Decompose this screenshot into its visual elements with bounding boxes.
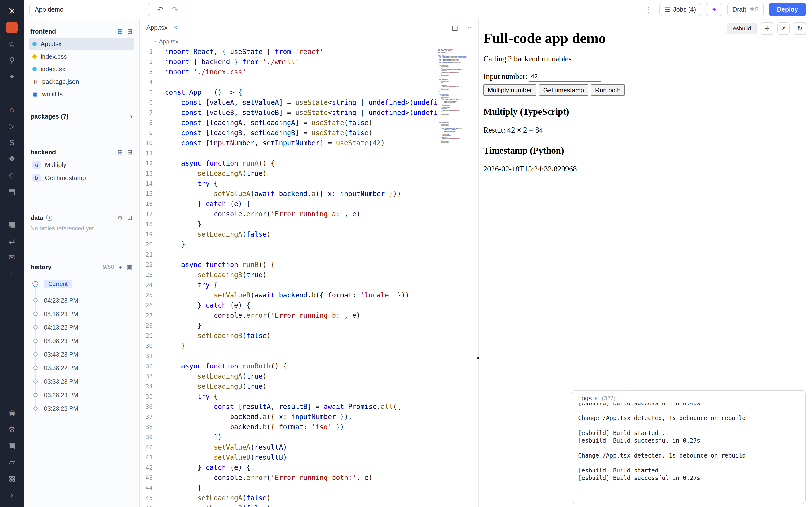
code-line[interactable]: 46 setLoadingB(false): [140, 503, 478, 507]
collapse-icon[interactable]: ›: [4, 487, 20, 503]
history-item[interactable]: 03:33:23 PM: [44, 375, 134, 388]
history-item[interactable]: 04:18:23 PM: [44, 307, 134, 321]
package-icon[interactable]: ▣: [4, 438, 20, 454]
app-name-input[interactable]: [30, 3, 150, 16]
add-runnable-icon[interactable]: ⊞: [117, 149, 123, 156]
file-item[interactable]: {}package.json: [29, 75, 134, 88]
add-icon[interactable]: +: [4, 266, 20, 282]
add-file-icon[interactable]: ⊞: [117, 28, 123, 35]
deploy-button[interactable]: Deploy: [769, 3, 806, 16]
code-line[interactable]: 19 setLoadingA(false): [140, 229, 478, 239]
code-line[interactable]: 18 }: [140, 219, 478, 229]
preview-action-button[interactable]: Run both: [591, 84, 625, 96]
code-line[interactable]: 4: [140, 77, 478, 88]
user-icon[interactable]: ◉: [4, 405, 20, 421]
code-line[interactable]: 23 setLoadingB(true): [140, 270, 478, 280]
preview-action-button[interactable]: Get timestamp: [539, 84, 589, 96]
minimap[interactable]: [438, 49, 475, 507]
magic-wand-icon[interactable]: ✦: [4, 68, 20, 85]
code-line[interactable]: 39 ]): [140, 432, 478, 442]
runnable-item[interactable]: aMultiply: [29, 158, 134, 171]
code-line[interactable]: 44 }: [140, 483, 478, 493]
code-line[interactable]: 11: [140, 148, 478, 158]
code-line[interactable]: 10 const [inputNumber, setInputNumber] =…: [140, 138, 478, 148]
split-view-icon[interactable]: ◫: [452, 24, 458, 32]
code-line[interactable]: 36 const [resultA, resultB] = await Prom…: [140, 402, 478, 412]
code-line[interactable]: 27 console.error('Error running b:', e): [140, 311, 478, 321]
code-line[interactable]: 41 setValueB(resultB): [140, 452, 478, 463]
preview-action-button[interactable]: Multiply number: [483, 84, 537, 96]
code-line[interactable]: 34 setLoadingB(true): [140, 382, 478, 392]
code-area[interactable]: 1import React, { useState } from 'react'…: [140, 47, 478, 507]
code-line[interactable]: 20 }: [140, 239, 478, 249]
code-line[interactable]: 31: [140, 351, 478, 361]
code-line[interactable]: 24 try {: [140, 280, 478, 290]
redo-button[interactable]: ↷: [170, 4, 180, 15]
file-item[interactable]: ▦wmill.ts: [29, 88, 134, 101]
code-line[interactable]: 21: [140, 249, 478, 260]
logs-body[interactable]: [esbuild] Build successful in 0.43sChang…: [572, 403, 805, 504]
jobs-button[interactable]: ☰ Jobs (4): [659, 3, 701, 16]
code-line[interactable]: 3import './index.css': [140, 67, 478, 77]
more-options-icon[interactable]: ⋯: [465, 24, 472, 32]
code-line[interactable]: 14 try {: [140, 179, 478, 189]
code-line[interactable]: 8 const [loadingA, setLoadingA] = useSta…: [140, 118, 478, 128]
star-icon[interactable]: ☆: [4, 36, 20, 52]
runs-icon[interactable]: ▷: [4, 118, 20, 134]
inspect-icon[interactable]: ✛: [761, 22, 773, 35]
file-item[interactable]: index.css: [29, 50, 134, 63]
code-line[interactable]: 5const App = () => {: [140, 88, 478, 98]
code-line[interactable]: 26 } catch (e) {: [140, 300, 478, 311]
history-item[interactable]: 03:23:22 PM: [44, 402, 134, 415]
code-line[interactable]: 1import React, { useState } from 'react': [140, 47, 478, 57]
code-line[interactable]: 16 } catch (e) {: [140, 199, 478, 209]
history-item[interactable]: 04:08:23 PM: [44, 334, 134, 348]
kebab-menu-button[interactable]: ⋮: [643, 4, 654, 15]
add-snapshot-icon[interactable]: +: [118, 264, 122, 271]
mail-icon[interactable]: ✉: [4, 249, 20, 266]
code-line[interactable]: 17 console.error('Error running a:', e): [140, 209, 478, 219]
history-item[interactable]: 04:23:23 PM: [44, 294, 134, 307]
code-line[interactable]: 13 setLoadingA(true): [140, 169, 478, 179]
resources-icon[interactable]: ❖: [4, 151, 20, 167]
code-line[interactable]: 33 setLoadingA(true): [140, 371, 478, 382]
logs-header[interactable]: Logs ▾ (327): [572, 391, 805, 403]
code-line[interactable]: 15 setValueA(await backend.a({ x: inputN…: [140, 189, 478, 199]
code-line[interactable]: 25 setValueB(await backend.b({ format: '…: [140, 290, 478, 300]
code-line[interactable]: 40 setValueA(resultA): [140, 442, 478, 452]
data-settings-icon[interactable]: ⚙: [117, 214, 123, 222]
history-item[interactable]: 03:38:22 PM: [44, 361, 134, 375]
code-line[interactable]: 29 setLoadingB(false): [140, 331, 478, 341]
file-item[interactable]: App.tsx: [29, 38, 134, 50]
history-item[interactable]: 03:43:23 PM: [44, 348, 134, 361]
folder-icon[interactable]: ▱: [4, 454, 20, 470]
code-line[interactable]: 32 async function runBoth() {: [140, 361, 478, 371]
camera-icon[interactable]: ▣: [126, 264, 133, 271]
chevron-icon[interactable]: ›: [154, 38, 156, 45]
flows-icon[interactable]: ⇄: [4, 233, 20, 249]
file-item[interactable]: index.tsx: [29, 63, 134, 75]
code-line[interactable]: 9 const [loadingB, setLoadingB] = useSta…: [140, 128, 478, 138]
apps-grid-icon[interactable]: ▩: [4, 470, 20, 487]
code-line[interactable]: 6 const [valueA, setValueA] = useState<s…: [140, 98, 478, 108]
draft-button[interactable]: Draft ⌘S: [727, 3, 764, 16]
external-link-icon[interactable]: ↗: [777, 22, 790, 35]
add-folder-icon[interactable]: ⊞: [127, 28, 133, 35]
schedules-icon[interactable]: ◇: [4, 167, 20, 183]
code-line[interactable]: 37 backend.a({ x: inputNumber }),: [140, 412, 478, 422]
runnable-item[interactable]: bGet timestamp: [29, 171, 134, 184]
code-line[interactable]: 28 }: [140, 321, 478, 331]
tab-app-tsx[interactable]: App.tsx ×: [140, 19, 185, 36]
code-line[interactable]: 38 backend.b({ format: 'iso' }): [140, 422, 478, 432]
number-input[interactable]: [529, 71, 601, 81]
app-tile[interactable]: [6, 22, 18, 33]
undo-button[interactable]: ↶: [155, 4, 165, 15]
history-item[interactable]: 03:28:23 PM: [44, 388, 134, 402]
code-line[interactable]: 43 console.error('Error running both:', …: [140, 473, 478, 483]
layers-icon[interactable]: ▤: [4, 183, 20, 200]
home-icon[interactable]: ⌂: [4, 101, 20, 118]
close-icon[interactable]: ×: [173, 24, 177, 32]
ai-wand-button[interactable]: ✦: [706, 3, 722, 16]
add-runnable-file-icon[interactable]: ⊞: [127, 149, 133, 156]
calendar-icon[interactable]: ▦: [4, 216, 20, 233]
